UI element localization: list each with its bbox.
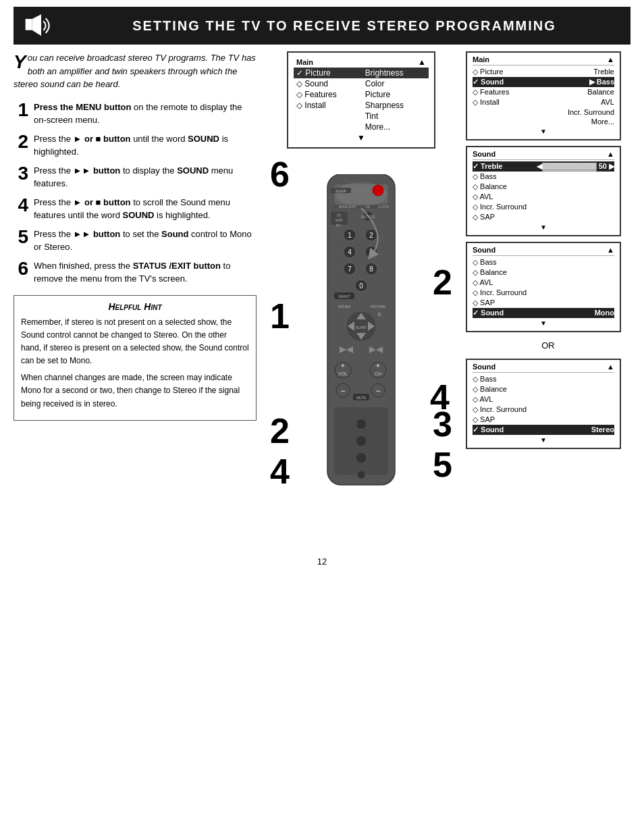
ms3-row-sound: ✓ Sound Mono [473,308,614,318]
ms3-row-bass: ◇ Bass [473,257,614,267]
svg-text:RECORD: RECORD [361,215,375,219]
ms4-row-balance: ◇ Balance [473,384,614,394]
svg-point-8 [373,185,383,196]
ms4-row-sap: ◇ SAP [473,415,614,425]
ms2-bass-label: ◇ Bass [473,172,497,181]
svg-text:SURF: SURF [356,325,367,330]
ms4-sound-value: Stereo [591,425,614,434]
step-label-2: 2 [433,262,452,303]
ms2-arrow-down: ▼ [473,224,614,231]
ms1-sound-arrow: ▶ Bass [589,78,614,86]
step-label-1: 1 [270,296,290,336]
menu-screenshot-2: Sound ▲ ✓ Treble ◀▓▓▓▓▓▓▓▓▓▓ 50 ▶ ◇ Bass… [466,146,621,236]
svg-marker-1 [32,14,41,36]
svg-text:MUTE: MUTE [356,396,367,400]
step-3: 3 Press the ►► button to display the SOU… [14,164,257,190]
svg-text:+: + [341,362,345,369]
ms1-picture-value: Treble [593,68,614,76]
ms1-features-value: Balance [587,88,614,97]
svg-point-61 [356,419,367,429]
step-number-3: 3 [14,164,28,183]
step-text-2: Press the ► or ■ button until the word S… [34,132,257,159]
remote-control: SLEEP MUSIC/EXIT CC CLOCK TV VCR ACC R [317,174,405,515]
svg-text:0: 0 [359,282,363,290]
ms3-row-sap: ◇ SAP [473,298,614,308]
step-number-6: 6 [14,259,28,278]
svg-text:ACC: ACC [336,224,342,227]
ms3-header: Sound ▲ [473,246,614,256]
ms1-install-label: ◇ Install [473,98,500,107]
ms2-row-treble: ✓ Treble ◀▓▓▓▓▓▓▓▓▓▓ 50 ▶ [473,161,614,172]
ms2-header: Sound ▲ [473,150,614,160]
ms3-bass-label: ◇ Bass [473,258,497,267]
svg-text:TV: TV [337,213,342,217]
ms3-balance-label: ◇ Balance [473,268,507,277]
content-area: You can receive broadcast stereo TV prog… [0,45,644,546]
ms4-arrow-up: ▲ [607,363,614,371]
intro-text: You can receive broadcast stereo TV prog… [14,51,257,91]
ms1-features-label: ◇ Features [473,88,509,97]
ms1-title: Main [473,55,489,63]
svg-point-64 [357,471,365,479]
ms4-surround-label: ◇ Incr. Surround [473,405,527,414]
step-text-4: Press the ► or ■ button to scroll the So… [34,196,257,222]
ms2-treble-label: ✓ Treble [473,162,502,171]
ms2-row-balance: ◇ Balance [473,182,614,192]
menu-screenshot-1: Main ▲ ◇ Picture Treble ✓ Sound ▶ Bass ◇… [466,51,621,140]
step-6: 6 When finished, press the STATUS /EXIT … [14,259,257,286]
ms2-row-avl: ◇ AVL [473,192,614,202]
step-text-3: Press the ►► button to display the SOUND… [34,164,257,190]
ms3-arrow-down: ▼ [473,319,614,327]
ms1-install-value: AVL [601,98,614,107]
ms4-sound-label: ✓ Sound [473,425,504,434]
ms4-balance-label: ◇ Balance [473,385,507,394]
svg-point-62 [356,436,367,446]
step-number-4: 4 [14,196,28,215]
ms1-arrow-up: ▲ [607,55,614,63]
svg-text:+: + [376,362,380,369]
step-label-24: 24 [270,411,290,492]
step-text-6: When finished, press the STATUS /EXIT bu… [34,259,257,286]
ms2-row-sap: ◇ SAP [473,212,614,222]
ms3-row-surround: ◇ Incr. Surround [473,288,614,298]
page-title: Setting the TV to Receive Stereo Program… [69,18,620,34]
svg-text:II: II [378,311,381,317]
dropcap: Y [14,53,26,72]
svg-text:CC: CC [366,205,371,209]
svg-text:−: − [340,386,345,396]
ms2-title: Sound [473,150,495,158]
svg-text:8: 8 [369,265,373,273]
svg-text:SOUND: SOUND [338,305,350,309]
ms3-sap-label: ◇ SAP [473,298,495,307]
ms3-avl-label: ◇ AVL [473,278,493,287]
svg-text:SLEEP: SLEEP [336,189,347,193]
svg-text:1: 1 [348,232,352,239]
step-number-2: 2 [14,132,28,151]
ms3-arrow-up: ▲ [607,246,614,254]
svg-text:−: − [375,386,380,396]
ms4-arrow-down: ▼ [473,436,614,444]
hint-paragraph-2: When channel changes are made, the scree… [21,371,249,411]
ms4-row-avl: ◇ AVL [473,394,614,405]
ms1-row-extra2: More... [473,117,614,126]
ms3-sound-label: ✓ Sound [473,309,504,317]
ms4-bass-label: ◇ Bass [473,375,497,384]
ms1-row-extra1: Incr. Surround [473,107,614,117]
ms1-row-install: ◇ Install AVL [473,97,614,107]
step-5: 5 Press the ►► button to set the Sound c… [14,228,257,254]
svg-text:CH: CH [375,371,381,376]
page-number: 12 [0,556,644,573]
ms1-row-sound: ✓ Sound ▶ Bass [473,77,614,87]
or-label: OR [466,340,630,350]
ms1-extra2-value: More... [591,118,614,126]
svg-text:2: 2 [369,232,373,239]
ms3-row-balance: ◇ Balance [473,267,614,278]
ms2-surround-label: ◇ Incr. Surround [473,203,527,211]
step-4: 4 Press the ► or ■ button to scroll the … [14,196,257,222]
menu-screenshot-4: Sound ▲ ◇ Bass ◇ Balance ◇ AVL ◇ Incr. S… [466,359,621,449]
svg-text:MUSIC/EXIT: MUSIC/EXIT [339,205,356,209]
ms3-title: Sound [473,246,495,254]
remote-diagram: 6 1 2 4 35 24 [263,154,459,539]
ms2-row-bass: ◇ Bass [473,172,614,182]
ms3-sound-value: Mono [595,309,614,317]
